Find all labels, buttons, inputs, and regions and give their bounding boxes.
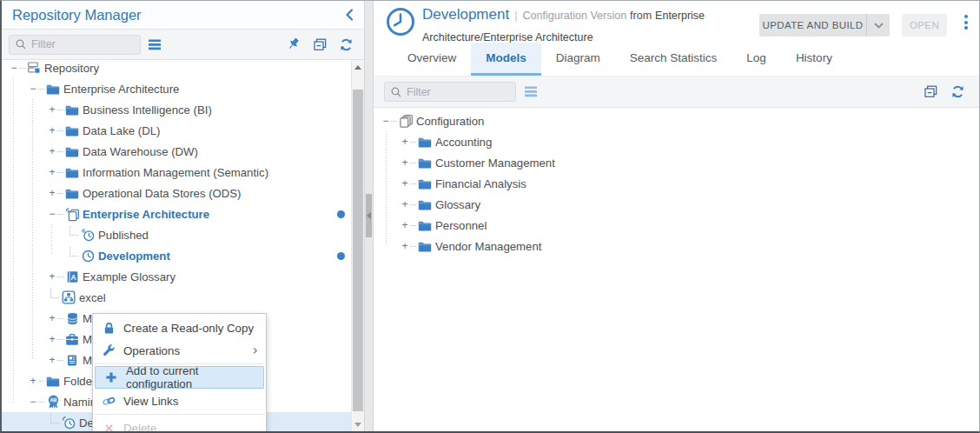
tree-item-published[interactable]: Published [2, 224, 351, 245]
menu-item-label: Operations [123, 344, 180, 357]
tree-item-glossary[interactable]: +Glossary [374, 194, 979, 215]
models-filter-input[interactable] [407, 86, 510, 98]
pin-icon[interactable] [286, 37, 301, 52]
tree-item-data-lake-dl-[interactable]: +Data Lake (DL) [2, 120, 351, 141]
collapse-icon[interactable]: − [28, 396, 38, 407]
expand-icon[interactable]: + [400, 157, 410, 168]
menu-item-operations[interactable]: Operations› [93, 339, 266, 362]
status-dot [337, 252, 345, 260]
configuration-title-block: Development|Configuration VersionfromEnt… [422, 4, 745, 46]
tree-item-enterprise-architecture[interactable]: −Enterprise Architecture [2, 78, 351, 99]
tree-item-vendor-management[interactable]: +Vendor Management [374, 236, 979, 256]
splitter-handle[interactable] [366, 194, 372, 237]
expand-icon[interactable]: + [400, 241, 410, 251]
menu-item-add-to-current-configuration[interactable]: Add to current configuration [95, 366, 264, 389]
tree-item-example-glossary[interactable]: +AExample Glossary [2, 266, 351, 287]
tree-item-label: Enterprise Architecture [63, 83, 179, 96]
expand-icon[interactable]: + [400, 199, 410, 210]
tree-connector [57, 110, 63, 110]
tab-log[interactable]: Log [732, 43, 781, 76]
collapse-icon[interactable]: − [47, 209, 57, 219]
expand-icon[interactable]: + [47, 146, 57, 157]
chevron-down-icon[interactable] [867, 14, 890, 37]
tree-item-configuration[interactable]: −Configuration [374, 110, 979, 131]
collapse-panel-icon[interactable] [345, 9, 354, 21]
panel-splitter[interactable] [364, 1, 374, 431]
page-title: Development [422, 6, 509, 23]
tree-connector [391, 121, 397, 122]
expand-icon[interactable]: + [47, 167, 57, 177]
expand-icon[interactable]: + [47, 334, 57, 344]
collapse-all-icon[interactable] [313, 37, 328, 52]
tree-item-data-warehouse-dw-[interactable]: +Data Warehouse (DW) [2, 141, 351, 162]
tree-item-personnel[interactable]: +Personnel [374, 215, 979, 236]
lock-icon [101, 322, 116, 335]
scroll-up-icon[interactable] [354, 65, 361, 70]
list-view-icon[interactable] [149, 39, 162, 50]
left-filter-input[interactable] [31, 38, 135, 50]
expand-icon[interactable]: + [28, 376, 38, 386]
menu-item-view-links[interactable]: View Links [93, 390, 266, 412]
kebab-menu-icon[interactable] [964, 15, 968, 30]
expand-icon[interactable]: + [47, 188, 57, 198]
scrollbar-thumb[interactable] [353, 90, 363, 411]
left-tree-scrollbar[interactable] [351, 60, 364, 432]
expand-icon[interactable]: + [47, 104, 57, 115]
tree-item-information-management-semantic-[interactable]: +Information Management (Semantic) [2, 162, 351, 183]
tree-item-excel[interactable]: excel [2, 287, 351, 308]
tree-connector [410, 246, 416, 247]
collapse-icon[interactable]: − [28, 83, 38, 94]
menu-item-label: Delete [123, 422, 156, 433]
expand-icon[interactable]: + [400, 178, 410, 189]
tree-item-label: excel [79, 291, 106, 304]
tree-item-financial-analysis[interactable]: +Financial Analysis [374, 173, 979, 194]
left-toolbar [2, 30, 364, 60]
wrench-icon [101, 344, 116, 357]
folder-icon [417, 220, 433, 231]
menu-item-delete[interactable]: Delete [93, 416, 266, 433]
models-filter-box[interactable] [384, 82, 516, 102]
expand-icon[interactable]: + [47, 355, 57, 365]
list-view-icon[interactable] [525, 86, 538, 97]
tree-item-operational-data-stores-ods-[interactable]: +Operational Data Stores (ODS) [2, 183, 351, 203]
tree-item-label: Accounting [435, 136, 492, 149]
collapse-icon[interactable]: − [9, 63, 19, 73]
expand-icon[interactable]: + [47, 313, 57, 323]
tab-diagram[interactable]: Diagram [541, 43, 615, 76]
left-filter-box[interactable] [9, 35, 141, 55]
folder-icon [417, 178, 433, 190]
tree-item-label: Personnel [435, 219, 487, 232]
folder-icon [417, 241, 433, 252]
tree-connector [50, 289, 59, 298]
tab-models[interactable]: Models [471, 43, 541, 76]
refresh-icon[interactable] [950, 84, 965, 99]
collapse-all-icon[interactable] [924, 84, 938, 99]
tree-item-customer-management[interactable]: +Customer Management [374, 152, 979, 173]
tree-connector [57, 339, 63, 340]
tree-item-repository[interactable]: −Repository [2, 60, 351, 78]
tab-history[interactable]: History [781, 43, 847, 76]
tree-item-enterprise-architecture[interactable]: −Enterprise Architecture [2, 203, 351, 224]
tree-item-label: Data Lake (DL) [83, 124, 160, 137]
tree-item-label: Vendor Management [435, 240, 541, 253]
tree-item-accounting[interactable]: +Accounting [374, 131, 979, 152]
refresh-icon[interactable] [339, 37, 354, 52]
splitter-collapse-icon [367, 212, 371, 219]
expand-icon[interactable]: + [400, 137, 410, 147]
expand-icon[interactable]: + [47, 271, 57, 282]
expand-icon[interactable]: + [400, 220, 410, 230]
tree-item-development[interactable]: Development [2, 245, 351, 266]
expand-icon[interactable]: + [47, 125, 57, 136]
tree-connector [19, 68, 25, 69]
scroll-down-icon[interactable] [354, 423, 361, 427]
tree-item-business-intelligence-bi-[interactable]: +Business Intelligence (BI) [2, 99, 351, 120]
open-button[interactable]: OPEN [902, 14, 947, 37]
menu-item-create-a-read-only-copy[interactable]: Create a Read-only Copy [93, 316, 266, 339]
tree-item-label: Folder [63, 375, 96, 388]
update-and-build-button[interactable]: UPDATE AND BUILD [759, 14, 890, 37]
page-subtitle: Configuration Version [523, 10, 627, 22]
tab-search-statistics[interactable]: Search Statistics [615, 43, 732, 76]
collapse-icon[interactable]: − [381, 116, 391, 126]
tab-overview[interactable]: Overview [393, 43, 471, 76]
menu-item-label: View Links [123, 395, 178, 408]
